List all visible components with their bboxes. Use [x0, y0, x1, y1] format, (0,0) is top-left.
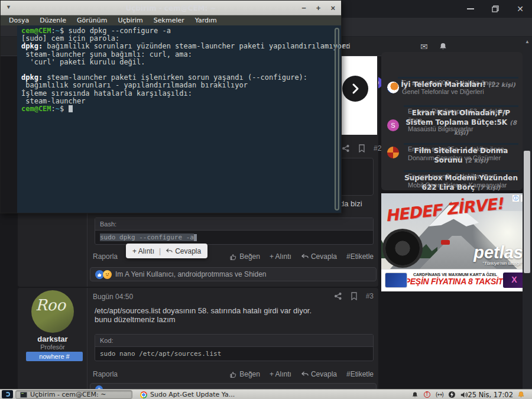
browser-restore-icon[interactable]: [492, 5, 499, 12]
terminal-command: sudo dpkg --configure -a: [64, 27, 171, 35]
tag-button[interactable]: #Etiketle: [346, 370, 374, 378]
alerts-bell-icon[interactable]: [439, 42, 447, 51]
power-manager-icon[interactable]: [449, 391, 455, 398]
reply-button[interactable]: Cevapla: [301, 252, 337, 261]
notification-bell-icon[interactable]: [411, 391, 419, 398]
post2-reactions-text: Im A Yeni Kullanıcı, androidprotmmas ve …: [115, 270, 267, 278]
post3-author-name[interactable]: darkstar: [18, 335, 87, 343]
report-link[interactable]: Raporla: [93, 370, 118, 378]
share-icon[interactable]: [334, 292, 342, 300]
taskbar-window-browser[interactable]: Sudo Apt-Get Update Ya...: [136, 390, 239, 399]
quote-button[interactable]: + Alıntı: [270, 252, 291, 261]
terminal-output[interactable]: cem@CEM:~$ sudo dpkg --configure -a [sud…: [17, 25, 341, 213]
topic-title[interactable]: İyi Telefon Markaları!: [401, 80, 486, 89]
system-tray: ! (↔): [411, 390, 468, 399]
browser-minimize-icon[interactable]: [467, 8, 474, 9]
topic-avatar: [387, 82, 399, 93]
topic-reader-count: (22 kişi): [488, 82, 515, 88]
scrollbar-thumb[interactable]: [524, 151, 530, 273]
maximize-icon[interactable]: +: [316, 4, 321, 12]
like-button[interactable]: Beğen: [229, 370, 260, 378]
ad-brand-block: petlas "Türkiye'nin lastiği!": [473, 244, 523, 266]
topic-title[interactable]: Superbox Modemi Yüzünden 622 Lira Borç: [404, 174, 518, 192]
like-button[interactable]: Beğen: [229, 252, 260, 261]
post3-code-block: Kod: sudo nano /etc/apt/sources.list: [95, 334, 374, 361]
post2-reactions[interactable]: Im A Yeni Kullanıcı, androidprotmmas ve …: [90, 267, 377, 281]
volume-icon[interactable]: [460, 391, 468, 398]
topic-reader-count: (7 kişi): [477, 184, 500, 191]
scroll-up-arrow-icon[interactable]: ▲: [523, 39, 532, 44]
network-icon[interactable]: (↔): [436, 391, 443, 398]
menu-tabs[interactable]: Sekmeler: [149, 17, 189, 24]
app-menu-icon[interactable]: [2, 390, 13, 398]
selection-handle[interactable]: [194, 234, 197, 241]
post2-meta-icons: #2: [342, 144, 381, 153]
close-icon[interactable]: ×: [330, 4, 335, 12]
post2-attached-image[interactable]: [341, 56, 377, 135]
terminal-icon: [20, 392, 27, 398]
post2-footer: Raporla Beğen + Alıntı Cevapla #Etiketle: [93, 252, 374, 261]
advertisement[interactable]: HEDEF ZİRVE! petlas "Türkiye'nin lastiği…: [381, 193, 529, 291]
taskbar-window2-label: Sudo Apt-Get Update Ya...: [150, 391, 235, 398]
terminal-window: ▼ Uçbirim - cem@CEM: ~ − + × Dosya Düzen…: [0, 0, 342, 213]
tag-button[interactable]: #Etiketle: [346, 252, 374, 261]
avatar-text: Roo: [35, 296, 66, 314]
topic-avatar: [387, 147, 399, 158]
terminal-scrollbar[interactable]: [335, 28, 339, 210]
topic-title[interactable]: Ekran Kartı Olmadan,F/P Sistem Toplama B…: [406, 109, 510, 126]
desktop: ✕ .745697/#post-5934… ☆ ⋮ eri O ortaokul…: [0, 0, 532, 399]
ad-brand-logo: petlas: [473, 244, 523, 261]
quote-button[interactable]: + Alıntı: [270, 370, 291, 378]
menu-edit[interactable]: Düzenle: [35, 17, 71, 24]
browser-close-icon[interactable]: ✕: [517, 5, 524, 13]
post3-author-badge[interactable]: nowhere #: [26, 352, 83, 361]
post2-code-selected[interactable]: sudo dpkg --configure -a: [100, 233, 194, 241]
topic-title[interactable]: Film Sitelerinde Donma Sorunu: [414, 147, 508, 164]
inbox-envelope-icon[interactable]: ✉: [420, 41, 428, 52]
bookmark-icon[interactable]: [351, 292, 358, 300]
image-next-button[interactable]: [342, 76, 368, 102]
post3-timestamp[interactable]: Bugün 04:50: [93, 293, 133, 301]
post3-footer: Raporla Beğen + Alıntı Cevapla #Etiketle: [93, 370, 374, 378]
menu-help[interactable]: Yardım: [190, 17, 222, 24]
terminal-titlebar[interactable]: ▼ Uçbirim - cem@CEM: ~ − + ×: [1, 1, 341, 15]
chevron-right-icon: [351, 83, 360, 95]
post3-author-avatar[interactable]: Roo: [31, 290, 74, 333]
post3-meta-icons: #3: [334, 292, 374, 300]
taskbar-window-terminal[interactable]: Uçbirim - cem@CEM: ~: [15, 390, 132, 399]
menu-file[interactable]: Dosya: [4, 17, 34, 24]
clock[interactable]: 25 Nis, 17:02: [468, 391, 513, 399]
taskbar-window1-label: Uçbirim - cem@CEM: ~: [30, 391, 106, 398]
ad-car-graphic: [441, 240, 450, 245]
post2-code-block: Bash: sudo dpkg --configure -a: [95, 218, 374, 245]
menu-view[interactable]: Görünüm: [72, 17, 112, 24]
terminal-title: Uçbirim - cem@CEM: ~: [1, 4, 341, 13]
share-icon[interactable]: [342, 144, 350, 153]
post2-number[interactable]: #2: [374, 144, 381, 153]
adchoices-info-icon[interactable]: ⓘ: [512, 194, 520, 202]
post3-number[interactable]: #3: [366, 292, 374, 300]
pending-notifications-bell-icon[interactable]: [517, 391, 525, 398]
reply-button[interactable]: Cevapla: [301, 370, 337, 378]
thumb-up-icon: [229, 371, 237, 378]
minimize-icon[interactable]: −: [301, 4, 306, 12]
love-reaction-icon: [103, 270, 112, 279]
menu-terminal[interactable]: Uçbirim: [113, 17, 147, 24]
post3-body-line1: /etc/apt/sources.list doyasının 58. satı…: [95, 306, 312, 315]
reply-icon: [301, 371, 309, 378]
report-link[interactable]: Raporla: [93, 252, 118, 261]
post3-author-title: Profesör: [18, 343, 87, 351]
post3-code[interactable]: sudo nano /etc/apt/sources.list: [95, 347, 373, 361]
bookmark-icon[interactable]: [358, 144, 365, 153]
terminal-menubar: Dosya Düzenle Görünüm Uçbirim Sekmeler Y…: [1, 15, 341, 25]
post3-body-line2: bunu düzeltmeniz lazım: [95, 315, 312, 324]
post3-body: /etc/apt/sources.list doyasının 58. satı…: [95, 306, 312, 324]
post2-text-snippet: da bizi: [340, 199, 362, 208]
terminal-cursor: [69, 105, 73, 112]
updates-warning-icon[interactable]: !: [424, 391, 430, 398]
ad-card-left-graphic: [385, 273, 407, 288]
reply-icon: [301, 254, 309, 260]
browser-scrollbar[interactable]: ▲: [523, 37, 532, 389]
thumb-up-icon: [229, 253, 237, 261]
code-language-label: Bash:: [95, 218, 373, 231]
